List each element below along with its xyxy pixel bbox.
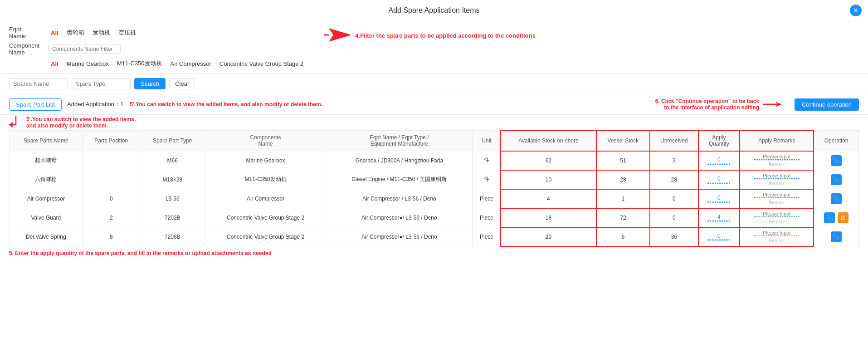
cell-apply-qty[interactable] — [698, 170, 740, 189]
annotation-continue: 6. Click "Continue operation" to be back… — [655, 98, 759, 111]
apply-qty-input[interactable] — [707, 195, 730, 201]
col-header-operation: Operation — [814, 131, 858, 151]
cell-vessel-stock: 72 — [596, 208, 650, 227]
arrow-right-icon — [763, 99, 785, 110]
cell-eqpt: Diesel Engine / M11-C350 / 美国康明斯 — [326, 170, 473, 189]
eqpt-tag-3[interactable]: 空压机 — [116, 28, 139, 38]
eqpt-label: EqptName: — [9, 26, 45, 39]
eqpt-tag-1[interactable]: 齿轮箱 — [64, 28, 87, 38]
apply-qty-input[interactable] — [707, 214, 730, 221]
remark-label: Remark — [769, 162, 785, 167]
component-tag-3[interactable]: Air Compressor — [168, 59, 214, 68]
table-row: Air Compressor 0 L3-56 Air Compressor Ai… — [10, 189, 859, 208]
cell-unit: Piece — [473, 227, 501, 246]
cell-name: 六角螺栓 — [10, 170, 83, 189]
cell-apply-remarks[interactable]: Remark — [740, 227, 814, 246]
delete-button[interactable]: 🗑 — [838, 212, 848, 223]
table-row: Valve Guard 2 7202B Concentric Valve Gro… — [10, 208, 859, 227]
annotation-switch-text: 5'.You can switch to view the added item… — [26, 116, 136, 129]
col-header-type: Spare Part Type — [140, 131, 205, 151]
col-header-position: Parts Position — [83, 131, 140, 151]
cell-available-stock: 62 — [501, 151, 596, 170]
modal-header: Add Spare Application Items ✕ — [0, 0, 868, 21]
cell-operation: 📎 — [814, 227, 858, 246]
cell-position — [83, 151, 140, 170]
cell-name: Valve Guard — [10, 208, 83, 227]
tabs-left: Spare Part List Added Application：1 5'.Y… — [9, 98, 322, 111]
cell-apply-qty[interactable] — [698, 151, 740, 170]
apply-qty-input[interactable] — [707, 233, 730, 240]
component-tag-2[interactable]: M11-C350发动机 — [114, 59, 165, 69]
remark-label: Remark — [769, 219, 785, 224]
clear-button[interactable]: Clear — [169, 78, 195, 89]
cell-unreceived: 0 — [650, 189, 698, 208]
cell-type: L3-56 — [140, 189, 205, 208]
cell-unreceived: 0 — [650, 208, 698, 227]
search-row: Search Clear — [0, 74, 868, 94]
apply-remark-input[interactable] — [754, 211, 800, 217]
upload-button[interactable]: 📎 — [831, 174, 842, 185]
component-tag-all[interactable]: All — [48, 59, 61, 68]
cell-unit: 件 — [473, 151, 501, 170]
component-tag-4[interactable]: Concentric Valve Group Stage 2 — [217, 59, 306, 68]
component-tag-1[interactable]: Marine Gearbox — [64, 59, 112, 68]
col-header-unreceived: Unreceived — [650, 131, 698, 151]
cell-position — [83, 170, 140, 189]
cell-components: Concentric Valve Group Stage 2 — [205, 227, 326, 246]
apply-remark-input[interactable] — [754, 230, 800, 236]
cell-components: M11-C350发动机 — [205, 170, 326, 189]
upload-button[interactable]: 📎 — [831, 155, 842, 166]
annotation-switch: 5'.You can switch to view the added item… — [130, 101, 322, 108]
table-row: 六角螺栓 M18×28 M11-C350发动机 Diesel Engine / … — [10, 170, 859, 189]
col-header-available: Available Stock on-shore — [501, 131, 596, 151]
close-button[interactable]: ✕ — [850, 5, 862, 16]
cell-vessel-stock: 1 — [596, 189, 650, 208]
search-button[interactable]: Search — [134, 78, 166, 89]
cell-apply-qty[interactable] — [698, 189, 740, 208]
cell-apply-qty[interactable] — [698, 227, 740, 246]
continue-operation-button[interactable]: Continue operation — [795, 98, 859, 111]
modal-title: Add Spare Application Items — [388, 6, 479, 14]
cell-apply-remarks[interactable]: Remark — [740, 170, 814, 189]
cell-operation: 📎 🗑 — [814, 208, 858, 227]
cell-apply-remarks[interactable]: Remark — [740, 208, 814, 227]
col-header-apply-qty: ApplyQuantity — [698, 131, 740, 151]
remark-label: Remark — [769, 200, 785, 205]
component-name-filter-input[interactable] — [48, 44, 121, 54]
cell-vessel-stock: 28 — [596, 170, 650, 189]
eqpt-tag-all[interactable]: All — [48, 29, 61, 37]
filter-section: EqptName: All 齿轮箱 发动机 空压机 ComponentName … — [0, 21, 868, 74]
cell-vessel-stock: 51 — [596, 151, 650, 170]
apply-remark-input[interactable] — [754, 154, 800, 160]
cell-components: Marine Gearbox — [205, 151, 326, 170]
remark-label: Remark — [769, 238, 785, 243]
apply-annotation-area: 5. Enter the apply quantity of the spare… — [9, 250, 859, 256]
svg-marker-0 — [329, 28, 351, 42]
cell-unreceived: 28 — [650, 170, 698, 189]
spars-type-input[interactable] — [72, 78, 131, 89]
arrow-down-left-icon — [9, 116, 23, 129]
upload-button[interactable]: 📎 — [831, 231, 842, 242]
cell-operation: 📎 — [814, 170, 858, 189]
cell-apply-remarks[interactable]: Remark — [740, 189, 814, 208]
eqpt-filter-row: EqptName: All 齿轮箱 发动机 空压机 ComponentName … — [9, 26, 859, 69]
eqpt-tag-2[interactable]: 发动机 — [90, 28, 113, 38]
cell-apply-qty[interactable] — [698, 208, 740, 227]
tab-spare-part-list[interactable]: Spare Part List — [9, 98, 62, 111]
spares-name-input[interactable] — [9, 78, 68, 89]
col-header-eqpt: Eqpt Name / Eqpt Type /Equipment Manufac… — [326, 131, 473, 151]
cell-type: 7208B — [140, 227, 205, 246]
apply-remark-input[interactable] — [754, 192, 800, 198]
cell-available-stock: 4 — [501, 189, 596, 208]
cell-unreceived: 36 — [650, 227, 698, 246]
apply-remark-input[interactable] — [754, 173, 800, 179]
cell-operation: 📎 — [814, 151, 858, 170]
cell-name: Del.Valve Spring — [10, 227, 83, 246]
upload-button[interactable]: 📎 — [824, 212, 835, 223]
col-header-components: ComponentsName — [205, 131, 326, 151]
apply-qty-input[interactable] — [707, 176, 730, 182]
cell-apply-remarks[interactable]: Remark — [740, 151, 814, 170]
upload-button[interactable]: 📎 — [831, 193, 842, 204]
apply-qty-input[interactable] — [707, 157, 730, 163]
cell-eqpt: Air Compressor●/ L3-56 / Deno — [326, 227, 473, 246]
